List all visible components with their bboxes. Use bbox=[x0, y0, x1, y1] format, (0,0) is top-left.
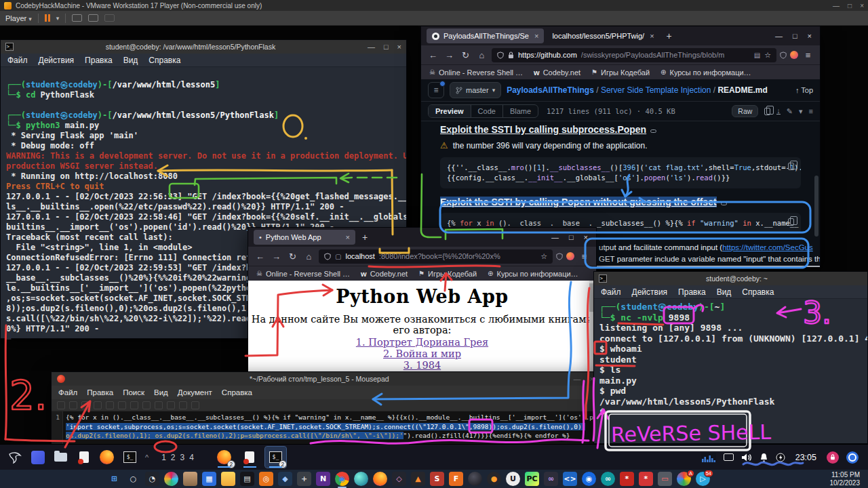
copy-raw-icon[interactable] bbox=[764, 108, 770, 115]
firefox-account-icon[interactable] bbox=[566, 252, 574, 260]
cpu-graph-icon[interactable] bbox=[701, 453, 716, 462]
new-tab-button[interactable]: + bbox=[663, 30, 676, 41]
visual-studio[interactable]: ∞ bbox=[544, 472, 558, 486]
close-button[interactable]: × bbox=[397, 43, 401, 51]
bookmark-courses[interactable]: ⊕Курсы по информаци… bbox=[488, 270, 578, 278]
pycharm[interactable]: PC bbox=[525, 472, 539, 486]
mousepad-titlebar[interactable]: *~/Рабочий стол/tmp_lesson_5 - Mousepad … bbox=[52, 372, 599, 386]
redo-icon[interactable] bbox=[130, 401, 138, 409]
bookmark-reverse-shell[interactable]: ☠Online - Reverse Shell … bbox=[429, 68, 523, 77]
close-button[interactable]: × bbox=[808, 32, 812, 40]
menu-view[interactable]: Вид bbox=[154, 388, 168, 396]
bookmark-codeby[interactable]: wCodeby.net bbox=[534, 68, 580, 77]
cut-icon[interactable] bbox=[142, 401, 151, 409]
running-firefox[interactable]: 2 bbox=[214, 447, 235, 468]
tab-payloadsallthethings[interactable]: PayloadsAllTheThings/Se × bbox=[427, 28, 544, 43]
workspace-2[interactable]: 2 bbox=[171, 453, 176, 462]
app-notes[interactable]: ▤ bbox=[240, 472, 254, 486]
terminal-nc-titlebar[interactable]: >_ student@codeby: ~ bbox=[594, 272, 867, 285]
anchor-link-icon[interactable] bbox=[721, 202, 727, 205]
kali-menu-icon[interactable] bbox=[5, 448, 24, 466]
menu-hamburger-icon[interactable]: ≡ bbox=[578, 251, 591, 262]
running-mousepad[interactable] bbox=[239, 447, 260, 468]
bookmark-games[interactable]: ⚑Игры Кодебай bbox=[418, 270, 477, 278]
close-tab-icon[interactable]: × bbox=[346, 233, 350, 241]
reader-mode-icon[interactable]: ▤ bbox=[754, 52, 760, 59]
sidebar-toggle-icon[interactable]: ≡ bbox=[428, 82, 444, 98]
twitter-link[interactable]: https://twitter.com/SecGus bbox=[722, 243, 813, 251]
edit-pencil-icon[interactable]: ✎ bbox=[787, 107, 793, 116]
firefox-account-icon[interactable] bbox=[790, 51, 798, 59]
home-icon[interactable]: ⌂ bbox=[302, 251, 315, 262]
app-sphere[interactable] bbox=[468, 472, 482, 486]
vmware-maximize-button[interactable]: □ bbox=[848, 2, 852, 9]
edge[interactable] bbox=[354, 472, 368, 486]
book-link-3[interactable]: 3. 1984 bbox=[248, 360, 596, 371]
menu-search[interactable]: Поиск bbox=[123, 388, 144, 396]
copy-code-icon[interactable] bbox=[788, 218, 794, 226]
file-explorer[interactable] bbox=[221, 472, 235, 486]
copy-code-icon[interactable] bbox=[788, 163, 794, 170]
app-dashboard[interactable]: ◔ bbox=[145, 472, 159, 486]
mousepad-editor[interactable]: 1 {% for x in ().__class__.__base__.__su… bbox=[52, 411, 599, 444]
volume-icon[interactable] bbox=[741, 453, 752, 462]
show-desktop-icon[interactable] bbox=[28, 448, 47, 466]
save-as-icon[interactable] bbox=[94, 401, 102, 409]
find-icon[interactable] bbox=[179, 401, 187, 409]
menu-actions[interactable]: Действия bbox=[632, 287, 668, 297]
windows-clock[interactable]: 11:05 PM 10/2/2023 bbox=[830, 471, 868, 487]
bookmark-star-icon[interactable]: ☆ bbox=[764, 51, 771, 60]
arduino[interactable]: ∞ bbox=[601, 472, 615, 486]
firefox[interactable] bbox=[373, 472, 387, 486]
file-manager-icon[interactable] bbox=[52, 448, 70, 466]
pause-dropdown-icon[interactable]: ▾ bbox=[56, 15, 60, 22]
workspace-4[interactable]: 4 bbox=[189, 453, 194, 462]
menu-actions[interactable]: Действия bbox=[39, 56, 75, 65]
back-icon[interactable]: ← bbox=[427, 50, 439, 60]
back-to-top-link[interactable]: ↑ Top bbox=[795, 86, 813, 94]
copy-icon[interactable] bbox=[155, 401, 163, 409]
telegram[interactable]: ▷54 bbox=[696, 472, 710, 486]
replace-icon[interactable] bbox=[191, 401, 199, 409]
onenote[interactable]: N bbox=[316, 472, 330, 486]
fullscreen-button[interactable] bbox=[88, 14, 98, 22]
anchor-link-icon[interactable] bbox=[650, 129, 656, 133]
maps[interactable]: ◉ bbox=[582, 472, 596, 486]
menu-help[interactable]: Справка bbox=[222, 388, 252, 396]
menu-edit[interactable]: Правка bbox=[85, 56, 113, 65]
new-tab-button[interactable]: + bbox=[358, 232, 372, 243]
menu-file[interactable]: Файл bbox=[601, 287, 621, 297]
save-icon[interactable] bbox=[81, 401, 90, 409]
app-resolve[interactable]: ◇ bbox=[392, 472, 406, 486]
book-link-1[interactable]: 1. Портрет Дориана Грея bbox=[248, 337, 596, 348]
bookmark-reverse-shell[interactable]: ☠Online - Reverse Shell … bbox=[256, 270, 350, 278]
app-slack[interactable] bbox=[164, 472, 178, 486]
clock[interactable]: 23:05 bbox=[795, 453, 816, 462]
undo-icon[interactable] bbox=[118, 401, 126, 409]
url-bar[interactable]: https://github.com/swisskyrepo/PayloadsA… bbox=[492, 48, 776, 62]
menu-hamburger-icon[interactable]: ≡ bbox=[802, 50, 814, 60]
tab-localhost-phptwig[interactable]: localhost/lesson5/PHPTwig/ × bbox=[547, 28, 659, 43]
tab-code[interactable]: Code bbox=[471, 105, 503, 117]
tab-preview[interactable]: Preview bbox=[429, 105, 471, 117]
back-icon[interactable]: ← bbox=[254, 251, 267, 262]
book-link-2[interactable]: 2. Война и мир bbox=[248, 348, 596, 360]
minimize-button[interactable]: — bbox=[551, 233, 559, 241]
chrome[interactable]: ◉ bbox=[335, 472, 349, 486]
edit-dropdown-icon[interactable]: ▾ bbox=[799, 107, 803, 116]
close-button[interactable]: × bbox=[584, 233, 588, 241]
power-manager-icon[interactable] bbox=[776, 453, 785, 462]
unreal[interactable]: U bbox=[506, 472, 520, 486]
search-icon[interactable]: ○ bbox=[126, 472, 140, 486]
notifications-bell-icon[interactable] bbox=[760, 453, 768, 462]
vmware-minimize-button[interactable]: — bbox=[833, 2, 840, 9]
scrollbar-thumb[interactable] bbox=[814, 176, 818, 237]
app-tabby[interactable]: ◎ bbox=[259, 472, 273, 486]
firefox-launcher-icon[interactable] bbox=[98, 448, 116, 466]
blender[interactable]: ● bbox=[487, 472, 501, 486]
download-icon[interactable]: ↓ bbox=[776, 108, 781, 115]
extension-shield-icon[interactable] bbox=[556, 253, 563, 260]
menu-file[interactable]: Файл bbox=[58, 388, 77, 396]
menu-edit[interactable]: Правка bbox=[87, 388, 113, 396]
terminal-flask-titlebar[interactable]: >_ student@codeby: /var/www/html/lesson5… bbox=[1, 40, 406, 54]
